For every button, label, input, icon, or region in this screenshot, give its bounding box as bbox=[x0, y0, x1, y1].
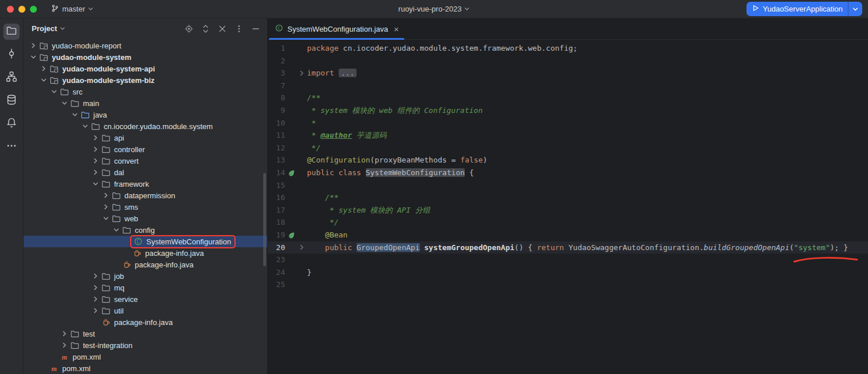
collapse-icon[interactable] bbox=[218, 24, 227, 33]
tree-item-job[interactable]: job bbox=[24, 270, 267, 282]
chevron-down-icon[interactable] bbox=[49, 89, 59, 95]
code-line-11[interactable]: * @author 芋道源码 bbox=[307, 129, 868, 142]
tree-item-yudao-module-report[interactable]: yudao-module-report bbox=[24, 40, 267, 51]
chevron-down-icon[interactable] bbox=[101, 216, 111, 221]
fold-arrow-icon[interactable] bbox=[297, 244, 306, 250]
code-line-1[interactable]: package cn.iocoder.yudao.module.system.f… bbox=[307, 42, 868, 55]
project-widget[interactable]: ruoyi-vue-pro-2023 bbox=[399, 5, 470, 13]
tree-item-main[interactable]: main bbox=[24, 97, 267, 109]
expand-icon[interactable] bbox=[201, 24, 210, 33]
tree-item-package-info-java[interactable]: package-info.java bbox=[24, 316, 267, 328]
git-branch-widget[interactable]: master bbox=[46, 2, 98, 16]
run-button[interactable]: YudaoServerApplication bbox=[746, 2, 848, 16]
fold-arrow-icon[interactable] bbox=[297, 70, 306, 76]
code-line-18[interactable]: */ bbox=[307, 216, 868, 229]
tree-item-src[interactable]: src bbox=[24, 86, 267, 97]
tab-systemwebconfiguration-java[interactable]: C SystemWebConfiguration.java × bbox=[269, 18, 404, 39]
chevron-down-icon[interactable] bbox=[80, 123, 90, 129]
database-tool-button[interactable] bbox=[3, 93, 20, 109]
tree-item-systemwebconfiguration[interactable]: CSystemWebConfiguration bbox=[24, 236, 267, 247]
tab-close-icon[interactable]: × bbox=[394, 25, 399, 33]
tree-item-yudao-module-system-api[interactable]: yudao-module-system-api bbox=[24, 63, 267, 74]
code-line-15[interactable] bbox=[307, 179, 868, 192]
tree-item-sms[interactable]: sms bbox=[24, 201, 267, 213]
code-line-17[interactable]: * system 模块的 API 分组 bbox=[307, 204, 868, 217]
tree-item-java[interactable]: java bbox=[24, 109, 267, 120]
tree-item-convert[interactable]: convert bbox=[24, 155, 267, 167]
commit-tool-button[interactable] bbox=[3, 47, 20, 63]
tree-item-api[interactable]: api bbox=[24, 132, 267, 143]
code-line-8[interactable]: /** bbox=[307, 92, 868, 104]
chevron-right-icon[interactable] bbox=[90, 308, 101, 313]
code-line-12[interactable]: */ bbox=[307, 142, 868, 154]
more-tools-button[interactable] bbox=[3, 139, 20, 155]
chevron-right-icon[interactable] bbox=[59, 331, 70, 337]
tree-item-pom-xml[interactable]: mpom.xml bbox=[24, 351, 267, 362]
tree-item-test-integration[interactable]: test-integration bbox=[24, 339, 267, 351]
tree-item-pom-xml[interactable]: mpom.xml bbox=[24, 362, 267, 374]
tree-item-package-info-java[interactable]: package-info.java bbox=[24, 247, 267, 259]
project-tool-button[interactable] bbox=[3, 24, 20, 40]
tree-item-dal[interactable]: dal bbox=[24, 167, 267, 178]
editor-code[interactable]: package cn.iocoder.yudao.module.system.f… bbox=[307, 42, 868, 374]
chevron-right-icon[interactable] bbox=[59, 342, 70, 348]
chevron-down-icon[interactable] bbox=[28, 54, 39, 60]
spring-bean-icon[interactable] bbox=[285, 169, 297, 177]
structure-tool-button[interactable] bbox=[3, 70, 20, 86]
hide-icon[interactable] bbox=[251, 24, 260, 33]
tree-item-yudao-module-system[interactable]: yudao-module-system bbox=[24, 51, 267, 63]
tree-item-util[interactable]: util bbox=[24, 305, 267, 316]
tree-item-yudao-module-system-biz[interactable]: yudao-module-system-biz bbox=[24, 74, 267, 86]
chevron-right-icon[interactable] bbox=[90, 285, 101, 290]
chevron-down-icon[interactable] bbox=[90, 181, 101, 187]
tree-item-mq[interactable]: mq bbox=[24, 282, 267, 293]
chevron-right-icon[interactable] bbox=[101, 204, 111, 210]
chevron-right-icon[interactable] bbox=[90, 146, 101, 152]
tree-item-package-info-java[interactable]: package-info.java bbox=[24, 259, 267, 270]
run-config-dropdown[interactable] bbox=[848, 2, 862, 16]
chevron-right-icon[interactable] bbox=[90, 158, 101, 164]
tree-item-cn-iocoder-yudao-module-system[interactable]: cn.iocoder.yudao.module.system bbox=[24, 120, 267, 132]
notifications-tool-button[interactable] bbox=[3, 116, 20, 132]
chevron-down-icon[interactable] bbox=[59, 100, 70, 106]
code-line-16[interactable]: /** bbox=[307, 191, 868, 204]
code-line-19[interactable]: @Bean bbox=[307, 229, 868, 241]
tree-item-web[interactable]: web bbox=[24, 213, 267, 224]
chevron-right-icon[interactable] bbox=[90, 273, 101, 279]
code-line-25[interactable] bbox=[307, 278, 868, 291]
window-zoom-button[interactable] bbox=[30, 6, 37, 13]
code-line-3[interactable]: import ... bbox=[307, 67, 868, 80]
code-line-24[interactable]: } bbox=[307, 266, 868, 279]
project-tree-scrollbar[interactable] bbox=[263, 173, 266, 266]
locate-icon[interactable] bbox=[184, 24, 194, 33]
tree-item-service[interactable]: service bbox=[24, 293, 267, 305]
chevron-right-icon[interactable] bbox=[90, 296, 101, 302]
chevron-down-icon[interactable] bbox=[60, 26, 65, 31]
window-minimize-button[interactable] bbox=[18, 6, 25, 13]
chevron-right-icon[interactable] bbox=[28, 43, 39, 48]
chevron-right-icon[interactable] bbox=[90, 135, 101, 141]
tree-item-framework[interactable]: framework bbox=[24, 178, 267, 190]
tree-item-datapermission[interactable]: datapermission bbox=[24, 190, 267, 201]
chevron-down-icon[interactable] bbox=[70, 112, 80, 118]
spring-bean-icon[interactable] bbox=[285, 231, 297, 239]
chevron-down-icon[interactable] bbox=[111, 227, 122, 233]
chevron-right-icon[interactable] bbox=[39, 66, 49, 71]
project-panel-title[interactable]: Project bbox=[32, 24, 57, 33]
code-line-13[interactable]: @Configuration(proxyBeanMethods = false) bbox=[307, 154, 868, 167]
tree-item-controller[interactable]: controller bbox=[24, 143, 267, 155]
chevron-down-icon[interactable] bbox=[39, 77, 49, 83]
chevron-right-icon[interactable] bbox=[101, 192, 111, 198]
options-icon[interactable] bbox=[234, 24, 244, 33]
code-line-9[interactable]: * system 模块的 web 组件的 Configuration bbox=[307, 104, 868, 117]
code-line-10[interactable]: * bbox=[307, 117, 868, 130]
tree-item-test[interactable]: test bbox=[24, 328, 267, 339]
code-line-7[interactable] bbox=[307, 80, 868, 92]
code-line-23[interactable] bbox=[307, 254, 868, 266]
code-line-14[interactable]: public class SystemWebConfiguration { bbox=[307, 167, 868, 179]
tree-item-config[interactable]: config bbox=[24, 224, 267, 236]
code-line-2[interactable] bbox=[307, 55, 868, 67]
chevron-right-icon[interactable] bbox=[90, 169, 101, 175]
window-close-button[interactable] bbox=[7, 6, 14, 13]
code-line-20[interactable]: public GroupedOpenApi systemGroupedOpenA… bbox=[307, 241, 868, 254]
